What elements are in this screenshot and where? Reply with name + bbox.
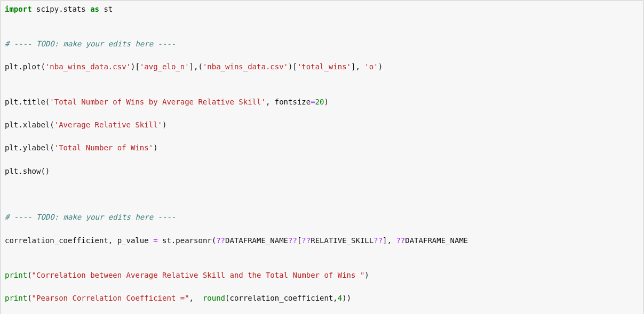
code-line: plt.show() bbox=[5, 166, 639, 178]
code-line: import scipy.stats as st bbox=[5, 4, 639, 15]
code-line: plt.plot('nba_wins_data.csv')['avg_elo_n… bbox=[5, 61, 639, 73]
code-block[interactable]: import scipy.stats as st # ---- TODO: ma… bbox=[5, 4, 639, 314]
code-line: # ---- TODO: make your edits here ---- bbox=[5, 212, 639, 223]
code-line: correlation_coefficient, p_value = st.pe… bbox=[5, 235, 639, 247]
keyword-import: import bbox=[5, 5, 32, 13]
code-line: # ---- TODO: make your edits here ---- bbox=[5, 38, 639, 50]
keyword-as: as bbox=[90, 5, 99, 13]
comment: # ---- TODO: make your edits here ---- bbox=[5, 39, 176, 48]
code-line: print("Correlation between Average Relat… bbox=[5, 270, 639, 281]
code-line: plt.title('Total Number of Wins by Avera… bbox=[5, 96, 639, 108]
module-name: scipy.stats bbox=[32, 5, 91, 13]
code-cell[interactable]: import scipy.stats as st # ---- TODO: ma… bbox=[0, 0, 644, 314]
code-line: plt.ylabel('Total Number of Wins') bbox=[5, 142, 639, 154]
code-line: plt.xlabel('Average Relative Skill') bbox=[5, 119, 639, 131]
alias-name: st bbox=[99, 5, 113, 13]
code-line: print("Pearson Correlation Coefficient =… bbox=[5, 293, 639, 304]
comment: # ---- TODO: make your edits here ---- bbox=[5, 213, 176, 221]
